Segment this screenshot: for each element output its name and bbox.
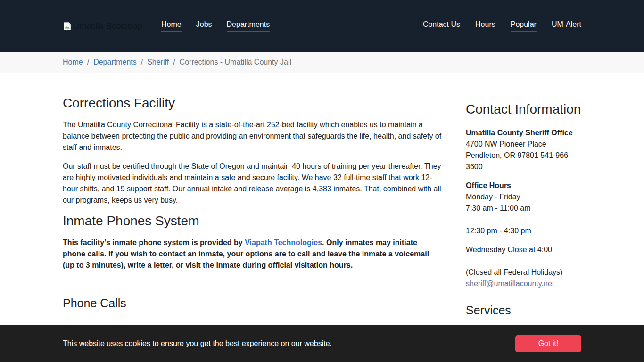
breadcrumb-bar: Home / Departments / Sheriff / Correctio… — [0, 52, 644, 73]
inmate-phones-title: Inmate Phones System — [63, 214, 442, 229]
address-line-2: Pendleton, OR 97801 541-966-3600 — [466, 151, 570, 171]
page-content: Corrections Facility The Umatilla County… — [63, 96, 581, 325]
sidebar: Contact Information Umatilla County Sher… — [466, 96, 581, 325]
office-hours-block: Office Hours Monday - Friday 7:30 am - 1… — [466, 180, 581, 214]
nav-link-popular[interactable]: Popular — [511, 20, 537, 32]
cookie-banner-container: This website uses cookies to ensure you … — [63, 335, 581, 352]
inmate-phones-paragraph: This facility’s inmate phone system is p… — [63, 237, 442, 271]
office-hours-morning: 7:30 am - 11:00 am — [466, 204, 531, 212]
breadcrumb: Home / Departments / Sheriff / Correctio… — [63, 58, 581, 66]
address-line-1: 4700 NW Pioneer Place — [466, 140, 546, 148]
phone-calls-title: Phone Calls — [63, 296, 442, 310]
cookie-message: This website uses cookies to ensure you … — [63, 339, 332, 348]
sheriff-email-link[interactable]: sheriff@umatillacounty.net — [466, 280, 554, 288]
navbar-right-links: Contact Us Hours Popular UM-Alert — [423, 20, 581, 32]
office-hours-afternoon: 12:30 pm - 4:30 pm — [466, 225, 581, 237]
office-hours-wednesday: Wednesday Close at 4:00 — [466, 244, 581, 255]
breadcrumb-current-page: Corrections - Umatilla County Jail — [180, 58, 291, 66]
nav-link-um-alert[interactable]: UM-Alert — [552, 20, 581, 32]
office-name: Umatilla County Sheriff Office — [466, 129, 573, 137]
breadcrumb-separator: / — [87, 58, 89, 66]
breadcrumb-link-home[interactable]: Home — [63, 58, 83, 66]
intro-paragraph-1: The Umatilla County Correctional Facilit… — [63, 119, 442, 153]
navbar-left-links: Home Jobs Departments — [161, 20, 270, 32]
holiday-note: (Closed all Federal Holidays) — [466, 268, 562, 276]
breadcrumb-link-sheriff[interactable]: Sheriff — [147, 58, 169, 66]
contact-information-title: Contact Information — [466, 102, 581, 117]
breadcrumb-separator: / — [141, 58, 143, 66]
nav-link-hours[interactable]: Hours — [475, 20, 495, 32]
cookie-consent-banner: This website uses cookies to ensure you … — [0, 325, 644, 362]
intro-paragraph-2: Our staff must be certified through the … — [63, 161, 442, 206]
holiday-and-email-block: (Closed all Federal Holidays) sheriff@um… — [466, 267, 581, 289]
nav-link-home[interactable]: Home — [161, 20, 182, 32]
breadcrumb-link-departments[interactable]: Departments — [93, 58, 137, 66]
brand-logo[interactable]: Umatilla Bootstrap — [63, 21, 142, 31]
brand-alt-text: Umatilla Bootstrap — [73, 21, 142, 31]
nav-link-contact-us[interactable]: Contact Us — [423, 20, 460, 32]
office-hours-days: Monday - Friday — [466, 193, 520, 201]
top-navbar: Umatilla Bootstrap Home Jobs Departments… — [0, 0, 644, 52]
breadcrumb-separator: / — [173, 58, 175, 66]
page-title: Corrections Facility — [63, 96, 442, 111]
cookie-accept-button[interactable]: Got it! — [515, 335, 581, 352]
nav-link-jobs[interactable]: Jobs — [196, 20, 212, 32]
main-column: Corrections Facility The Umatilla County… — [63, 96, 442, 325]
nav-link-departments[interactable]: Departments — [227, 20, 270, 32]
navbar-container: Umatilla Bootstrap Home Jobs Departments… — [63, 20, 581, 32]
services-title: Services — [466, 304, 581, 317]
office-hours-title: Office Hours — [466, 181, 511, 189]
inmate-phones-text-before: This facility’s inmate phone system is p… — [63, 239, 245, 247]
viapath-technologies-link[interactable]: Viapath Technologies — [245, 239, 322, 247]
broken-image-icon — [63, 22, 72, 31]
contact-address-block: Umatilla County Sheriff Office 4700 NW P… — [466, 127, 581, 173]
